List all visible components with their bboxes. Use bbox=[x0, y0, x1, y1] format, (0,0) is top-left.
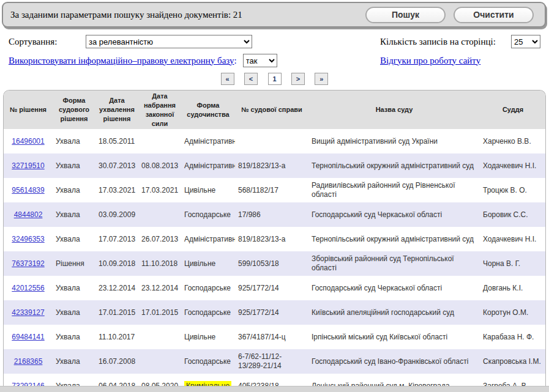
col-header-judge: Суддя bbox=[480, 91, 546, 129]
decision-link[interactable]: 32719510 bbox=[12, 161, 44, 170]
page-current-button[interactable]: 1 bbox=[268, 73, 282, 85]
results-table: № рішення Форма судового рішення Дата ух… bbox=[4, 91, 546, 392]
clear-button[interactable]: Очистити bbox=[454, 7, 534, 23]
court-name: Господарський суд Черкаської області bbox=[308, 276, 480, 300]
date-adopted: 17.01.2015 bbox=[95, 300, 138, 325]
proceeding-type: Адміністративне bbox=[181, 129, 235, 153]
proceeding-type: Цивільне bbox=[181, 178, 235, 202]
judge-name: Ходачкевич Н.І. bbox=[480, 153, 546, 178]
decision-form: Ухвала bbox=[53, 153, 95, 178]
date-adopted: 10.09.2018 bbox=[95, 251, 138, 276]
case-number: 819/1823/13-а bbox=[235, 153, 308, 178]
date-adopted: 17.07.2013 bbox=[95, 227, 138, 251]
judge-name: Довгань К.І. bbox=[480, 276, 546, 300]
search-button[interactable]: Пошук bbox=[365, 7, 446, 23]
page-next-button[interactable]: > bbox=[291, 73, 305, 85]
judge-name: Скапровська І.М. bbox=[480, 349, 546, 374]
decision-link[interactable]: 95614839 bbox=[12, 186, 44, 194]
decision-link[interactable]: 32496353 bbox=[12, 235, 44, 243]
court-name: Зборівський районний суд Тернопільської … bbox=[308, 251, 480, 276]
table-row: 4844802 Ухвала 03.09.2009 Господарське 1… bbox=[4, 202, 546, 227]
case-number: 6-7/62-11/12-13/289-21/14 bbox=[235, 349, 308, 374]
court-name: Тернопільський окружний адміністративний… bbox=[308, 227, 480, 251]
horizontal-scrollbar[interactable] bbox=[0, 386, 549, 392]
case-number: 17/986 bbox=[235, 202, 308, 227]
proceeding-type: Господарське bbox=[181, 276, 235, 300]
col-header-court-name: Назва суду bbox=[308, 91, 480, 129]
proceeding-type: Господарське bbox=[181, 349, 235, 374]
status-panel: За заданими параметрами пошуку знайдено … bbox=[2, 2, 546, 28]
status-buttons: Пошук Очистити bbox=[365, 7, 537, 23]
date-adopted: 03.09.2009 bbox=[95, 202, 138, 227]
proceeding-type: Цивільне bbox=[181, 251, 235, 276]
page-first-button[interactable]: « bbox=[221, 73, 234, 85]
sort-label: Сортування: bbox=[9, 37, 86, 47]
decision-link[interactable]: 2168365 bbox=[14, 357, 43, 366]
proceeding-type: Адміністративне bbox=[181, 153, 235, 178]
judge-name: Ходачкевич Н.І. bbox=[480, 227, 546, 251]
date-effective: 26.07.2013 bbox=[138, 227, 181, 251]
col-header-case-number: № судової справи bbox=[235, 91, 308, 129]
sort-select[interactable]: за релевантністю bbox=[86, 35, 252, 48]
court-name: Господарський суд Івано-Франківської обл… bbox=[308, 349, 480, 374]
court-name: Вищий адміністративний суд України bbox=[308, 129, 480, 153]
case-number: 367/4187/14-ц bbox=[235, 325, 308, 349]
judge-name: Карабаза Н. Ф. bbox=[480, 325, 546, 349]
decision-link[interactable]: 42012556 bbox=[12, 284, 44, 292]
date-effective: 17.01.2015 bbox=[138, 300, 181, 325]
table-row: 42339127 Ухвала 17.01.2015 17.01.2015 Го… bbox=[4, 300, 546, 325]
date-effective bbox=[138, 349, 181, 374]
decision-form: Ухвала bbox=[53, 202, 95, 227]
court-name: Радивилівський районний суд Рівненської … bbox=[308, 178, 480, 202]
court-name: Ірпінський міський суд Київської області bbox=[308, 325, 480, 349]
case-number: 819/1823/13-а bbox=[235, 227, 308, 251]
table-row: 16496001 Ухвала 18.05.2011 Адміністратив… bbox=[4, 129, 546, 153]
proceeding-type: Господарське bbox=[181, 202, 235, 227]
decision-form: Ухвала bbox=[53, 349, 95, 374]
date-effective bbox=[138, 202, 181, 227]
date-adopted: 16.07.2008 bbox=[95, 349, 138, 374]
results-table-container: № рішення Форма судового рішення Дата ух… bbox=[3, 90, 546, 392]
col-header-decision-form: Форма судового рішення bbox=[53, 91, 95, 129]
table-row: 2168365 Ухвала 16.07.2008 Господарське 6… bbox=[4, 349, 546, 374]
decision-link[interactable]: 76373192 bbox=[12, 259, 44, 268]
date-effective: 17.03.2021 bbox=[138, 178, 181, 202]
decision-link[interactable]: 4844802 bbox=[14, 210, 43, 219]
judge-name: Чорна В. Г. bbox=[480, 251, 546, 276]
decision-link[interactable]: 69484141 bbox=[12, 333, 44, 341]
legal-base-link[interactable]: Використовувати інформаційно–правову еле… bbox=[9, 56, 234, 66]
case-number: 599/1053/18 bbox=[235, 251, 308, 276]
decision-link[interactable]: 16496001 bbox=[12, 137, 44, 146]
case-number: 925/1772/14 bbox=[235, 300, 308, 325]
case-number: 925/1772/14 bbox=[235, 276, 308, 300]
table-row: 32496353 Ухвала 17.07.2013 26.07.2013 Ад… bbox=[4, 227, 546, 251]
decision-link[interactable]: 42339127 bbox=[12, 308, 44, 317]
table-row: 76373192 Рішення 10.09.2018 11.10.2018 Ц… bbox=[4, 251, 546, 276]
legal-base-select[interactable]: так bbox=[243, 54, 277, 67]
court-name: Київський апеляційний господарський суд bbox=[308, 300, 480, 325]
decision-form: Ухвала bbox=[53, 129, 95, 153]
judge-name: Харченко В.В. bbox=[480, 129, 546, 153]
decision-form: Ухвала bbox=[53, 276, 95, 300]
feedback-link[interactable]: Відгуки про роботу сайту bbox=[380, 56, 480, 66]
col-header-decision-id: № рішення bbox=[4, 91, 53, 129]
date-effective bbox=[138, 325, 181, 349]
table-header-row: № рішення Форма судового рішення Дата ух… bbox=[4, 91, 546, 129]
decision-form: Ухвала bbox=[53, 300, 95, 325]
decision-form: Ухвала bbox=[53, 227, 95, 251]
court-name: Господарський суд Черкаської області bbox=[308, 202, 480, 227]
search-controls: Сортування: за релевантністю Кількість з… bbox=[0, 28, 549, 67]
proceeding-type: Цивільне bbox=[181, 325, 235, 349]
per-page-select[interactable]: 25 bbox=[511, 35, 540, 48]
table-row: 95614839 Ухвала 17.03.2021 17.03.2021 Ци… bbox=[4, 178, 546, 202]
date-adopted: 30.07.2013 bbox=[95, 153, 138, 178]
results-count-text: За заданими параметрами пошуку знайдено … bbox=[10, 10, 242, 20]
judge-name: Коротун О.М. bbox=[480, 300, 546, 325]
col-header-date-effective: Дата набрання законної сили bbox=[138, 91, 181, 129]
page-last-button[interactable]: » bbox=[315, 73, 328, 85]
page-prev-button[interactable]: < bbox=[244, 73, 258, 85]
col-header-proceeding: Форма судочинства bbox=[181, 91, 235, 129]
date-adopted: 11.10.2017 bbox=[95, 325, 138, 349]
proceeding-type: Господарське bbox=[181, 300, 235, 325]
case-number bbox=[235, 129, 308, 153]
